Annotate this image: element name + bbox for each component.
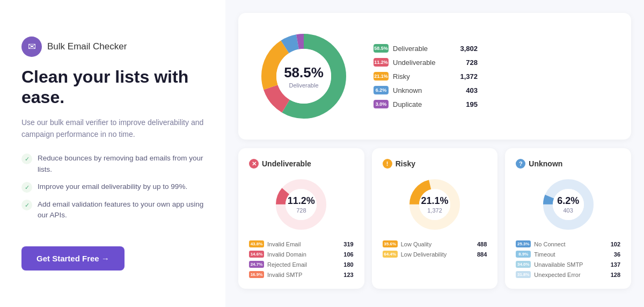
sub-dot: 14.6% <box>249 251 264 258</box>
sub-legend-count: 123 <box>343 272 353 278</box>
sub-legend-row: 35.6% Low Quality 488 <box>383 240 487 247</box>
legend-count: 403 <box>456 86 478 94</box>
legend-row: 6.2% Unknown 403 <box>374 86 478 94</box>
title-icon: ✕ <box>249 159 259 169</box>
sub-donut-count: 728 <box>288 207 315 214</box>
sub-dot: 16.9% <box>249 271 264 278</box>
sub-legend-name: Timeout <box>534 251 610 258</box>
sub-donut-center: 6.2% 403 <box>557 195 579 214</box>
sub-legend: 25.3% No Connect 102 8.9% Timeout 36 34.… <box>516 240 620 278</box>
sub-legend-name: Invalid SMTP <box>267 272 340 278</box>
bottom-row: ✕ Undeliverable 11.2% 728 43.8% Invalid … <box>238 148 631 289</box>
sub-legend-count: 36 <box>614 251 620 258</box>
sub-card-title: ? Unknown <box>516 159 562 169</box>
sub-legend-name: Low Quality <box>401 241 474 247</box>
legend-row: 11.2% Undeliverable 728 <box>374 58 478 67</box>
legend-name: Duplicate <box>393 100 452 108</box>
feature-text: Add email validation features to your ow… <box>38 199 204 221</box>
sub-dot: 64.4% <box>383 251 398 258</box>
subtext: Use our bulk email verifier to improve d… <box>21 116 204 141</box>
legend-row: 3.0% Duplicate 195 <box>374 100 478 108</box>
sub-legend-row: 8.9% Timeout 36 <box>516 251 620 258</box>
legend-count: 3,802 <box>456 45 478 53</box>
legend-dot: 6.2% <box>374 86 389 94</box>
legend-dot: 3.0% <box>374 100 389 108</box>
sub-legend-name: Low Deliverability <box>401 251 474 258</box>
legend-name: Risky <box>393 72 452 81</box>
sub-donut-count: 403 <box>557 207 579 214</box>
feature-text: Reduce bounces by removing bad emails fr… <box>38 153 204 175</box>
sub-legend-row: 25.3% No Connect 102 <box>516 240 620 247</box>
brand-icon: ✉ <box>21 36 42 57</box>
legend-name: Undeliverable <box>393 59 452 67</box>
title-icon: ? <box>516 159 525 169</box>
check-icon: ✓ <box>21 200 32 210</box>
donut-center: 58.5% Deliverable <box>284 64 324 89</box>
sub-legend-count: 128 <box>611 272 620 278</box>
sub-legend-name: No Connect <box>534 241 607 247</box>
sub-donut-center: 11.2% 728 <box>288 195 315 214</box>
sub-legend-count: 319 <box>343 241 353 247</box>
sub-legend-row: 43.8% Invalid Email 319 <box>249 240 354 247</box>
sub-donut-count: 1,372 <box>421 207 448 214</box>
sub-legend: 35.6% Low Quality 488 64.4% Low Delivera… <box>383 240 487 258</box>
sub-legend-name: Invalid Email <box>267 241 340 247</box>
cta-button[interactable]: Get Started Free → <box>21 246 125 271</box>
sub-donut-wrapper: 6.2% 403 <box>539 175 598 234</box>
check-icon: ✓ <box>21 154 32 164</box>
legend-dot: 11.2% <box>374 58 389 67</box>
sub-card: ? Unknown 6.2% 403 25.3% No Connect 102 … <box>505 148 631 289</box>
sub-dot: 8.9% <box>516 251 531 258</box>
legend-row: 21.1% Risky 1,372 <box>374 72 478 81</box>
sub-legend-count: 102 <box>611 241 620 247</box>
main-legend: 58.5% Deliverable 3,802 11.2% Undelivera… <box>374 44 478 108</box>
legend-name: Unknown <box>393 86 452 94</box>
sub-legend-row: 24.7% Rejected Email 180 <box>249 261 354 268</box>
donut-pct: 58.5% <box>284 64 324 81</box>
brand-row: ✉ Bulk Email Checker <box>21 36 204 57</box>
sub-legend-name: Rejected Email <box>267 261 340 268</box>
sub-donut-pct: 21.1% <box>421 195 448 207</box>
sub-legend-row: 64.4% Low Deliverability 884 <box>383 251 487 258</box>
donut-label: Deliverable <box>284 82 324 89</box>
sub-legend-count: 180 <box>343 261 353 268</box>
sub-dot: 35.6% <box>383 240 398 247</box>
sub-legend-row: 31.8% Unexpected Error 128 <box>516 271 620 278</box>
sub-legend-row: 16.9% Invalid SMTP 123 <box>249 271 354 278</box>
sub-legend-name: Invalid Domain <box>267 251 340 258</box>
main-donut-chart: 58.5% Deliverable <box>255 28 352 125</box>
sub-donut-wrapper: 11.2% 728 <box>272 175 331 234</box>
sub-card-title-text: Undeliverable <box>262 159 311 168</box>
sub-legend-count: 884 <box>477 251 487 258</box>
feature-item: ✓ Add email validation features to your … <box>21 199 204 221</box>
check-icon: ✓ <box>21 182 32 193</box>
legend-name: Deliverable <box>393 45 452 53</box>
sub-dot: 31.8% <box>516 271 531 278</box>
sub-legend-row: 14.6% Invalid Domain 106 <box>249 251 354 258</box>
sub-dot: 24.7% <box>249 261 264 268</box>
legend-count: 728 <box>456 59 478 67</box>
sub-card: ! Risky 21.1% 1,372 35.6% Low Quality 48… <box>372 148 498 289</box>
features-list: ✓ Reduce bounces by removing bad emails … <box>21 153 204 227</box>
headline: Clean your lists with ease. <box>21 67 204 108</box>
sub-card: ✕ Undeliverable 11.2% 728 43.8% Invalid … <box>238 148 364 289</box>
title-icon: ! <box>383 159 392 169</box>
sub-card-title: ✕ Undeliverable <box>249 159 311 169</box>
brand-name: Bulk Email Checker <box>47 41 127 52</box>
sub-legend-count: 488 <box>477 241 487 247</box>
sub-dot: 43.8% <box>249 240 264 247</box>
legend-row: 58.5% Deliverable 3,802 <box>374 44 478 53</box>
right-panel: 58.5% Deliverable 58.5% Deliverable 3,80… <box>225 0 644 307</box>
sub-dot: 34.0% <box>516 261 531 268</box>
sub-donut-pct: 11.2% <box>288 195 315 207</box>
feature-item: ✓ Improve your email deliverability by u… <box>21 181 204 193</box>
legend-dot: 21.1% <box>374 72 389 81</box>
feature-text: Improve your email deliverability by up … <box>38 181 187 192</box>
sub-legend-name: Unavailable SMTP <box>534 261 607 268</box>
sub-legend-count: 137 <box>611 261 620 268</box>
sub-legend-count: 106 <box>343 251 353 258</box>
sub-dot: 25.3% <box>516 240 531 247</box>
top-chart-card: 58.5% Deliverable 58.5% Deliverable 3,80… <box>238 13 631 140</box>
sub-legend: 43.8% Invalid Email 319 14.6% Invalid Do… <box>249 240 354 278</box>
sub-card-title: ! Risky <box>383 159 415 169</box>
